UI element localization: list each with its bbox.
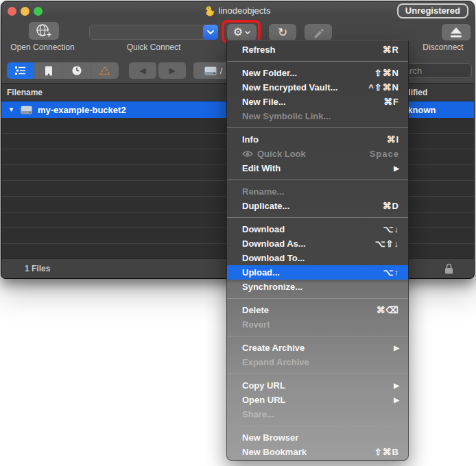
menu-item-refresh[interactable]: Refresh⌘R [227,42,408,57]
menu-separator [227,127,408,128]
menu-item-synchronize[interactable]: Synchronize... [227,280,408,294]
quick-connect-dropdown-button[interactable] [203,25,218,40]
menu-item-label: Expand Archive [242,357,399,367]
menu-item-label: Revert [242,319,399,330]
menu-item-label: New Folder... [242,68,374,78]
menu-item-revert: Revert [227,317,408,332]
menu-separator [227,336,408,336]
menu-item-label: New Encrypted Vault... [242,82,368,93]
window-title: linodeobjects [219,5,271,16]
bookmarks-view-button[interactable] [35,62,62,79]
menu-item-expand-archive: Expand Archive [227,355,408,369]
forward-button: ▶ [158,62,186,79]
disclosure-triangle-icon[interactable]: ▼ [8,106,16,113]
menu-item-new-encrypted-vault[interactable]: New Encrypted Vault...^⇧⌘N [227,80,408,95]
menu-item-duplicate[interactable]: Duplicate...⌘D [227,199,408,213]
menu-item-rename: Rename... [227,184,408,199]
outline-view-button[interactable] [7,62,34,79]
chevron-down-icon [207,30,214,34]
menu-item-delete[interactable]: Delete⌘⌫ [227,303,408,317]
menu-item-label: Rename... [242,186,399,197]
menu-item-shortcut: ⇧⌘B [374,447,399,457]
menu-item-edit-with[interactable]: Edit With▶ [227,161,408,175]
menu-item-label: New Symbolic Link... [242,111,399,121]
menu-item-label: Edit With [242,163,394,173]
menu-item-label: Upload... [242,267,383,278]
submenu-arrow-icon: ▶ [394,164,399,172]
eye-icon [242,150,253,158]
menu-item-label: Open URL [242,395,394,405]
menu-item-label: New Bookmark [242,447,374,457]
clock-icon [71,65,82,76]
menu-item-share: Share... [227,407,408,421]
open-connection-label: Open Connection [3,42,82,52]
refresh-button[interactable]: ↻ [269,24,296,40]
menu-item-shortcut: Space [370,149,399,159]
bonjour-view-button[interactable] [91,62,119,79]
menu-item-shortcut: ⌥↑ [383,267,399,278]
menu-item-label: Download To... [242,253,399,263]
menu-item-shortcut: ⌘R [383,45,399,55]
menu-item-info[interactable]: Info⌘I [227,132,408,147]
bookmark-icon [45,66,53,76]
menu-item-download-to[interactable]: Download To... [227,251,408,265]
drive-icon [204,66,217,75]
file-count-status: 1 Files [25,264,50,273]
menu-item-new-folder[interactable]: New Folder...⇧⌘N [227,66,408,80]
back-button: ◀ [129,62,156,79]
outline-list-icon [14,66,27,75]
open-connection-button[interactable] [29,22,59,40]
menu-item-label: Refresh [242,45,383,55]
quick-connect-field[interactable] [89,25,218,40]
view-segmented-control [7,62,119,79]
menu-item-shortcut: ⌥⇧↓ [375,238,399,249]
menu-separator [227,373,408,374]
menu-item-shortcut: ⌘F [383,97,399,107]
disconnect-button[interactable] [442,24,471,40]
menu-item-shortcut: ⌘I [386,134,399,145]
bonjour-icon [99,66,111,76]
menu-item-shortcut: ⌘D [383,201,399,211]
menu-item-new-file[interactable]: New File...⌘F [227,95,408,109]
globe-plus-icon [34,23,53,38]
path-root-label: / [220,66,223,76]
menu-item-label: New File... [242,97,383,107]
disconnect-label: Disconnect [412,42,475,52]
menu-separator [227,180,408,180]
menu-item-label: New Browser [242,432,399,443]
menu-item-new-symbolic-link: New Symbolic Link... [227,109,408,123]
submenu-arrow-icon: ▶ [394,382,399,389]
menu-item-download-as[interactable]: Download As...⌥⇧↓ [227,236,408,251]
menu-item-open-url[interactable]: Open URL▶ [227,393,408,407]
menu-item-label: Create Archive [242,343,394,353]
cyberduck-duck-icon [205,5,215,16]
eject-icon [449,27,463,38]
menu-item-shortcut: ⌥↓ [383,224,399,234]
submenu-arrow-icon: ▶ [394,396,399,404]
menu-item-create-archive[interactable]: Create Archive▶ [227,341,408,355]
menu-item-label: Download [242,224,383,234]
menu-item-new-bookmark[interactable]: New Bookmark⇧⌘B [227,445,408,459]
menu-item-copy-url[interactable]: Copy URL▶ [227,378,408,393]
menu-item-shortcut: ⇧⌘N [374,68,399,78]
menu-item-label: Delete [242,305,377,315]
lock-icon[interactable] [444,263,453,275]
title-bar: linodeobjects Unregistered [1,1,474,20]
menu-item-new-browser[interactable]: New Browser [227,430,408,445]
menu-item-label: Duplicate... [242,201,383,211]
edit-button [305,24,332,40]
menu-item-shortcut: ^⇧⌘N [368,82,399,93]
menu-item-shortcut: ⌘⌫ [377,305,399,315]
back-arrow-icon: ◀ [139,66,145,75]
submenu-arrow-icon: ▶ [394,344,399,352]
menu-item-upload[interactable]: Upload...⌥↑ [227,265,408,280]
menu-item-download[interactable]: Download⌥↓ [227,222,408,236]
menu-item-quick-look: Quick LookSpace [227,147,408,161]
menu-item-label: Copy URL [242,380,394,391]
column-header-filename[interactable]: Filename [7,88,43,97]
forward-arrow-icon: ▶ [169,66,175,75]
pencil-icon [312,26,324,38]
menu-item-label: Synchronize... [242,282,399,292]
history-view-button[interactable] [63,62,91,79]
menu-item-label: Quick Look [257,149,370,159]
